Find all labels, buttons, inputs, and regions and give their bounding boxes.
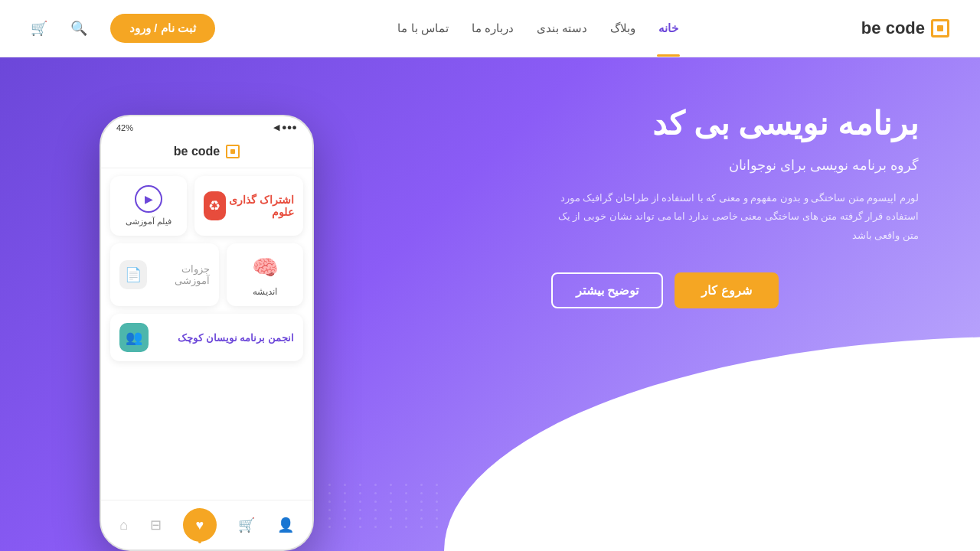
nav-item-contact[interactable]: تماس با ما [397,21,448,35]
phone-logo-inner [230,149,235,154]
dots-pattern [322,484,438,528]
bottom-nav-user[interactable]: 👤 [277,517,294,533]
logo-icon [931,19,949,37]
logo-text: be code [861,18,925,38]
phone-content: اشتراک گذاری علوم ♻ ▶ فیلم آموزشی 🧠 اندی… [101,168,312,369]
card-video[interactable]: ▶ فیلم آموزشی [110,176,187,236]
search-icon[interactable]: 🔍 [70,20,87,37]
think-icon: 🧠 [250,253,279,282]
nav-item-about[interactable]: درباره ما [472,21,514,35]
phone-logo-text: be code [174,145,220,158]
nav-item-home[interactable]: خانه [658,21,678,35]
bottom-nav-home[interactable]: ⌂ [119,517,128,533]
card-forum-text: انجمن برنامه نویسان کوچک [178,332,294,344]
nav-right-section: ثبت نام / ورود 🔍 🛒 [31,14,215,43]
logo-inner [937,25,943,31]
hero-section: برنامه نویسی بی کد گروه برنامه نویسی برا… [0,57,980,551]
bottom-nav-cart[interactable]: 🛒 [238,517,255,533]
status-battery: 42% [116,123,133,132]
logo: be code [861,18,949,38]
hero-title: برنامه نویسی بی کد [551,103,919,145]
nav-item-category[interactable]: دسته بندی [537,21,587,35]
card-think-text: اندیشه [253,286,277,297]
card-think[interactable]: 🧠 اندیشه [227,243,303,306]
nav-item-blog[interactable]: وبلاگ [610,21,635,35]
phone-row-3: انجمن برنامه نویسان کوچک 👥 [110,314,303,361]
register-button[interactable]: ثبت نام / ورود [110,14,215,43]
hero-subtitle: گروه برنامه نویسی برای نوجوانان [551,157,919,174]
share-icon: ♻ [204,191,226,220]
phone-bottom-nav: 👤 🛒 ♥ ⊟ ⌂ [101,500,312,549]
bottom-nav-filter[interactable]: ⊟ [150,517,162,533]
phone-mockup: ●●● ◀ 42% be code اشتراک گذاری علوم ♻ [100,115,314,551]
hero-description: لورم اپیسوم متن ساختگی و بدون مفهوم و مع… [551,189,919,246]
card-share-text: اشتراک گذاری علوم [226,194,294,218]
people-icon: 👥 [119,323,149,352]
card-video-text: فیلم آموزشی [126,217,172,227]
phone-row-1: اشتراک گذاری علوم ♻ ▶ فیلم آموزشی [110,176,303,236]
hero-content: برنامه نویسی بی کد گروه برنامه نویسی برا… [551,103,919,308]
start-button[interactable]: شروع کار [675,272,778,308]
status-signal: ●●● ◀ [273,122,297,132]
phone-logo-icon [226,145,240,158]
card-education-text: جزوات آموزشی [147,263,210,286]
phone-app-header: be code [101,139,312,168]
hero-wave [444,337,980,551]
phone-frame: ●●● ◀ 42% be code اشتراک گذاری علوم ♻ [100,115,314,551]
nav-left-section: be code [861,18,949,38]
card-forum[interactable]: انجمن برنامه نویسان کوچک 👥 [110,314,303,361]
card-education[interactable]: جزوات آموزشی 📄 [110,243,219,306]
phone-status-bar: ●●● ◀ 42% [101,116,312,139]
more-button[interactable]: توضیح بیشتر [551,272,663,308]
phone-row-2: 🧠 اندیشه جزوات آموزشی 📄 [110,243,303,306]
card-share-science[interactable]: اشتراک گذاری علوم ♻ [194,176,303,236]
cart-icon[interactable]: 🛒 [31,20,47,37]
document-icon: 📄 [119,260,147,289]
hero-buttons: شروع کار توضیح بیشتر [551,272,919,308]
navbar: be code خانه وبلاگ دسته بندی درباره ما ت… [0,0,980,57]
bottom-nav-heart[interactable]: ♥ [183,508,217,542]
play-icon: ▶ [135,185,162,213]
nav-links: خانه وبلاگ دسته بندی درباره ما تماس با م… [397,21,678,35]
